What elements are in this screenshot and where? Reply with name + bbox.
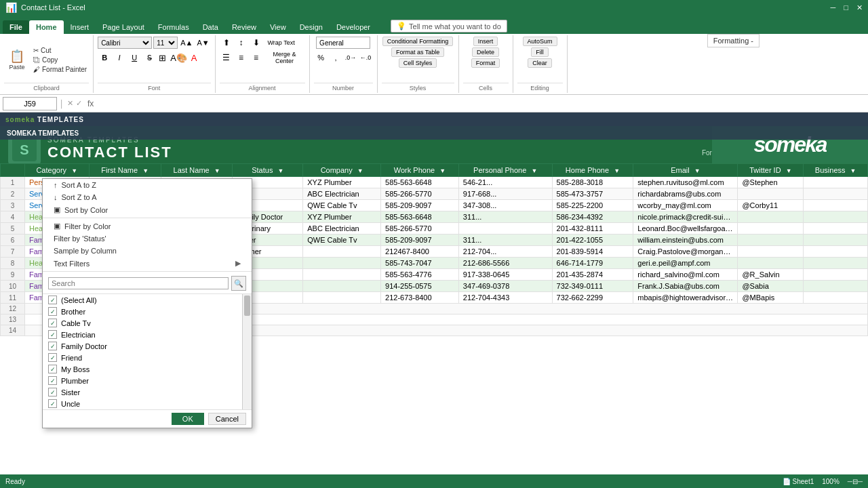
cell-business[interactable]: [804, 211, 868, 223]
cell-homephone[interactable]: 585-225-2200: [552, 200, 633, 211]
paste-button[interactable]: 📋 Paste: [4, 47, 30, 72]
cell-email[interactable]: Frank.J.Sabia@ubs.com: [633, 281, 738, 292]
dropdown-item-plumber[interactable]: ✓ Plumber: [43, 375, 252, 386]
cell-twitter[interactable]: @Sabia: [738, 281, 804, 292]
cell-homephone[interactable]: 201-839-5914: [552, 246, 633, 258]
dropdown-item-brother[interactable]: ✓ Brother: [43, 306, 252, 317]
cell-company[interactable]: QWE Cable Tv: [303, 200, 381, 211]
merge-center-btn[interactable]: Merge & Center: [264, 52, 305, 64]
cell-workphone[interactable]: 212-673-8400: [381, 292, 459, 304]
cell-twitter[interactable]: [738, 246, 804, 258]
strikethrough-button[interactable]: S̶: [142, 52, 156, 64]
category-filter-arrow[interactable]: ▼: [71, 167, 77, 174]
cell-company[interactable]: XYZ Plumber: [303, 211, 381, 223]
col-header-business[interactable]: Business ▼: [804, 164, 868, 177]
cell-business[interactable]: [804, 258, 868, 269]
tab-home[interactable]: Home: [29, 20, 64, 34]
cell-personalphone[interactable]: 917-668...: [458, 188, 552, 200]
dropdown-cancel-btn[interactable]: Cancel: [208, 413, 246, 425]
cell-business[interactable]: [804, 292, 868, 304]
italic-button[interactable]: I: [113, 52, 126, 64]
col-header-company[interactable]: Company ▼: [303, 164, 381, 177]
cell-homephone[interactable]: 585-288-3018: [552, 177, 633, 188]
cell-personalphone[interactable]: 212-704...: [458, 246, 552, 258]
checkbox-myboss[interactable]: ✓: [48, 365, 57, 373]
cell-twitter[interactable]: [738, 188, 804, 200]
cell-personalphone[interactable]: 311...: [458, 235, 552, 246]
col-header-email[interactable]: Email ▼: [633, 164, 738, 177]
number-format-display[interactable]: General: [316, 37, 370, 49]
dropdown-item-electrician[interactable]: ✓ Electrician: [43, 329, 252, 340]
sort-az-item[interactable]: ↑ Sort A to Z: [43, 179, 252, 191]
cell-homephone[interactable]: 646-714-1779: [552, 258, 633, 269]
underline-button[interactable]: U: [127, 52, 141, 64]
minimize-btn[interactable]: ─: [831, 3, 836, 12]
cell-business[interactable]: [804, 200, 868, 211]
cell-company[interactable]: [303, 292, 381, 304]
company-filter-arrow[interactable]: ▼: [357, 167, 363, 174]
tell-me-box[interactable]: 💡 Tell me what you want to do: [391, 20, 507, 33]
tab-view[interactable]: View: [263, 20, 293, 34]
font-color-btn[interactable]: A: [190, 52, 199, 64]
cell-personalphone[interactable]: 347-469-0378: [458, 281, 552, 292]
cell-business[interactable]: [804, 235, 868, 246]
cell-company[interactable]: [303, 246, 381, 258]
clear-btn[interactable]: Clear: [528, 58, 552, 68]
border-btn[interactable]: ⊞: [157, 52, 167, 64]
cell-homephone[interactable]: 201-422-1055: [552, 235, 633, 246]
copy-button[interactable]: ⿻ Copy: [31, 56, 89, 64]
tab-insert[interactable]: Insert: [64, 20, 96, 34]
decrease-decimal-btn[interactable]: ←.0: [359, 52, 372, 64]
align-center-btn[interactable]: ≡: [235, 52, 248, 64]
col-header-homephone[interactable]: Home Phone ▼: [552, 164, 633, 177]
font-name-select[interactable]: Calibri: [98, 37, 152, 49]
col-header-status[interactable]: Status ▼: [233, 164, 303, 177]
cell-email[interactable]: wcorby_may@ml.com: [633, 200, 738, 211]
cell-business[interactable]: [804, 281, 868, 292]
cell-workphone[interactable]: 914-255-0575: [381, 281, 459, 292]
col-header-personalphone[interactable]: Personal Phone ▼: [458, 164, 552, 177]
cell-twitter[interactable]: @R_Salvin: [738, 269, 804, 281]
firstname-filter-arrow[interactable]: ▼: [142, 167, 149, 174]
dropdown-item-selectall[interactable]: ✓ (Select All): [43, 294, 252, 306]
dropdown-item-uncle[interactable]: ✓ Uncle: [43, 398, 252, 409]
cell-email[interactable]: stephen.ruvituso@ml.com: [633, 177, 738, 188]
dropdown-search-input[interactable]: [48, 277, 229, 289]
lastname-filter-arrow[interactable]: ▼: [214, 167, 220, 174]
cell-workphone[interactable]: 585-743-7047: [381, 258, 459, 269]
dropdown-item-friend[interactable]: ✓ Friend: [43, 352, 252, 363]
cell-homephone[interactable]: 586-234-4392: [552, 211, 633, 223]
cell-workphone[interactable]: 585-563-4776: [381, 269, 459, 281]
checkbox-uncle[interactable]: ✓: [48, 399, 57, 408]
bold-button[interactable]: B: [98, 52, 111, 64]
cell-business[interactable]: [804, 177, 868, 188]
checkbox-familydoctor[interactable]: ✓: [48, 342, 57, 350]
cell-workphone[interactable]: 212467-8400: [381, 246, 459, 258]
email-filter-arrow[interactable]: ▼: [694, 167, 701, 174]
cell-twitter[interactable]: @Corby11: [738, 200, 804, 211]
cell-email[interactable]: mbapis@hightoweradvisors.com: [633, 292, 738, 304]
dropdown-search-btn[interactable]: 🔍: [231, 276, 246, 291]
cell-homephone[interactable]: 732-349-0111: [552, 281, 633, 292]
dropdown-item-sister[interactable]: ✓ Sister: [43, 386, 252, 398]
cell-personalphone[interactable]: 212-704-4343: [458, 292, 552, 304]
comma-btn[interactable]: ,: [329, 52, 342, 64]
cell-personalphone[interactable]: 212-686-5566: [458, 258, 552, 269]
cell-workphone[interactable]: 585-209-9097: [381, 200, 459, 211]
cell-company[interactable]: [303, 281, 381, 292]
cell-email[interactable]: Leonard.Boc@wellsfargoadvisors.com: [633, 223, 738, 235]
autosum-btn[interactable]: AutoSum: [523, 37, 557, 46]
dropdown-item-familydoctor[interactable]: ✓ Family Doctor: [43, 340, 252, 352]
cell-homephone[interactable]: 201-435-2874: [552, 269, 633, 281]
cell-workphone[interactable]: 585-266-5770: [381, 188, 459, 200]
align-middle-btn[interactable]: ↕: [235, 37, 248, 49]
scrollbar-thumb[interactable]: [244, 296, 250, 316]
tab-data[interactable]: Data: [196, 20, 225, 34]
cell-workphone[interactable]: 585-266-5770: [381, 223, 459, 235]
format-painter-button[interactable]: 🖌 Format Painter: [31, 65, 89, 74]
cell-twitter[interactable]: [738, 211, 804, 223]
cell-workphone[interactable]: 585-563-6648: [381, 177, 459, 188]
homephone-filter-arrow[interactable]: ▼: [614, 167, 620, 174]
wrap-text-btn[interactable]: Wrap Text: [264, 37, 298, 49]
filter-color-item[interactable]: ▣ Filter by Color: [43, 220, 252, 232]
